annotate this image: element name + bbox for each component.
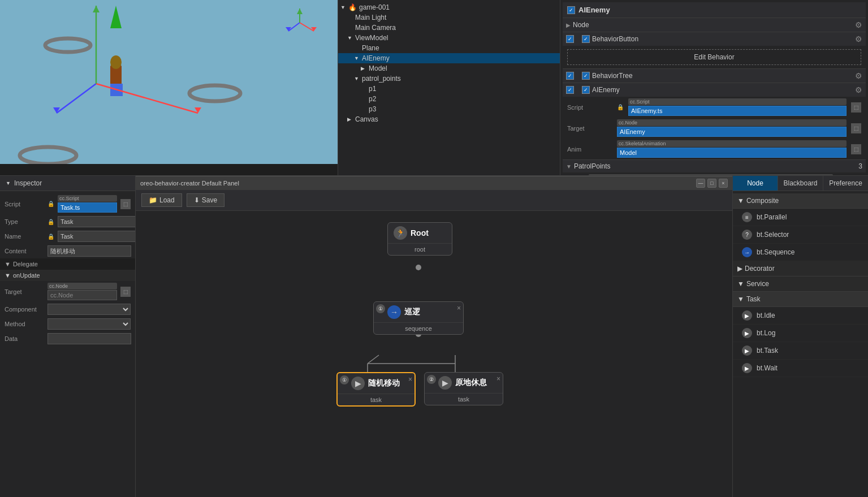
- inspector-content: Script 🔒 cc.Script Task.ts ⬚ Type 🔒 Name…: [0, 191, 135, 497]
- hierarchy-item-patrol[interactable]: patrol_points: [338, 74, 560, 84]
- aienemy-script-section[interactable]: ✓ ✓ AIEnemy ⚙: [563, 83, 866, 97]
- bt-checkbox2[interactable]: ✓: [582, 72, 590, 80]
- close-window-button[interactable]: ×: [719, 179, 728, 188]
- hierarchy-item-plane[interactable]: Plane: [338, 43, 560, 53]
- patrol-count: 3: [858, 162, 862, 170]
- item-label: p2: [369, 95, 376, 103]
- category-decorator[interactable]: ▶ Decorator: [733, 261, 868, 276]
- hierarchy-item-model[interactable]: Model: [338, 63, 560, 74]
- window-chrome: oreo-behavior-creator Default Panel — □ …: [136, 176, 732, 190]
- node-panel: Node Blackboard Preference ▼ Composite ≡…: [732, 175, 868, 497]
- script-value[interactable]: AIEnemy.ts: [628, 106, 847, 116]
- hierarchy-item-viewmodel[interactable]: ViewModel: [338, 33, 560, 43]
- hierarchy-item-p1[interactable]: p1: [338, 84, 560, 94]
- left-name-input[interactable]: [58, 231, 135, 242]
- root-title: Root: [411, 228, 429, 237]
- load-button[interactable]: 📁 Load: [141, 193, 182, 207]
- decorator-label: Decorator: [745, 265, 775, 273]
- left-data-input[interactable]: [47, 333, 131, 344]
- node-parallel[interactable]: ≡ bt.Parallel: [733, 209, 868, 226]
- item-label: Canvas: [355, 115, 378, 123]
- behavior-tree-section[interactable]: ✓ ✓ BehaviorTree ⚙: [563, 68, 866, 83]
- on-update-header[interactable]: ▼ onUpdate: [0, 270, 135, 281]
- bottom-area: ▼ Inspector Script 🔒 cc.Script Task.ts ⬚…: [0, 175, 868, 497]
- bb-settings-icon[interactable]: ⚙: [855, 34, 862, 44]
- edit-behavior-button[interactable]: Edit Behavior: [567, 49, 861, 65]
- anim-cc-label: cc.SkeletalAnimation: [617, 140, 847, 147]
- hierarchy-item-p2[interactable]: p2: [338, 94, 560, 104]
- category-composite[interactable]: ▼ Composite: [733, 193, 868, 209]
- anim-link-button[interactable]: ⬚: [851, 144, 861, 154]
- left-script-link[interactable]: ⬚: [120, 199, 131, 209]
- target-value[interactable]: AIEnemy: [617, 127, 847, 137]
- task1-close[interactable]: ×: [408, 375, 412, 383]
- anim-value[interactable]: Model: [617, 148, 847, 158]
- node-sequence[interactable]: → bt.Sequence: [733, 244, 868, 261]
- task2-node[interactable]: ② × ▶ 原地休息 task: [424, 372, 503, 405]
- behavior-button-section[interactable]: ✓ ✓ BehaviorButton ⚙: [563, 32, 866, 46]
- item-label: Main Camera: [355, 24, 396, 32]
- bt-checkbox[interactable]: ✓: [566, 72, 574, 80]
- root-node[interactable]: 🏃 Root root: [387, 222, 452, 256]
- left-content-input[interactable]: [47, 245, 131, 257]
- hierarchy-item-mainlight[interactable]: Main Light: [338, 12, 560, 23]
- node-log[interactable]: ▶ bt.Log: [733, 325, 868, 342]
- bb-checkbox2[interactable]: ✓: [582, 35, 590, 43]
- node-settings-icon[interactable]: ⚙: [855, 20, 862, 29]
- hierarchy-item-canvas[interactable]: Canvas: [338, 114, 560, 124]
- delegate-header[interactable]: ▼ Delegate: [0, 258, 135, 270]
- left-inspector-header[interactable]: ▼ Inspector: [0, 176, 135, 191]
- bb-checkbox[interactable]: ✓: [566, 35, 574, 43]
- task2-close[interactable]: ×: [496, 375, 500, 383]
- task-item-label: bt.Task: [757, 347, 778, 355]
- idle-icon: ▶: [742, 310, 752, 321]
- task1-header: ▶ 随机移动: [338, 373, 414, 394]
- node-task[interactable]: ▶ bt.Task: [733, 342, 868, 360]
- left-script-value[interactable]: Task.ts: [58, 202, 117, 213]
- sequence-close[interactable]: ×: [457, 304, 461, 312]
- left-data-row: Data: [0, 331, 135, 346]
- script-link-button[interactable]: ⬚: [851, 102, 861, 113]
- ae-checkbox[interactable]: ✓: [566, 86, 574, 94]
- tab-node[interactable]: Node: [733, 176, 778, 191]
- item-label: Main Light: [355, 14, 386, 21]
- patrol-points-header[interactable]: ▼ PatrolPoints 3: [563, 159, 866, 172]
- anim-prop-row: Anim cc.SkeletalAnimation Model ⬚: [563, 139, 866, 159]
- category-task[interactable]: ▼ Task: [733, 292, 868, 307]
- bt-settings-icon[interactable]: ⚙: [855, 71, 862, 80]
- left-target-link[interactable]: ⬚: [120, 287, 131, 297]
- left-type-input[interactable]: [58, 216, 135, 227]
- left-component-select[interactable]: [47, 304, 131, 315]
- scene-hierarchy[interactable]: 🔥 game-001 Main Light Main Camera ViewMo…: [338, 0, 560, 175]
- hierarchy-item-game001[interactable]: 🔥 game-001: [338, 2, 560, 12]
- save-label: Save: [202, 196, 217, 204]
- task2-subtitle: task: [425, 394, 503, 405]
- tab-preference[interactable]: Preference: [823, 176, 868, 191]
- category-service[interactable]: ▼ Service: [733, 276, 868, 292]
- root-subtitle: root: [388, 244, 452, 255]
- node-idle[interactable]: ▶ bt.Idle: [733, 307, 868, 325]
- ae-settings-icon[interactable]: ⚙: [855, 85, 862, 94]
- enabled-checkbox[interactable]: ✓: [567, 6, 575, 14]
- behavior-canvas[interactable]: 🏃 Root root ① × → 巡逻 sequence ① ×: [136, 211, 732, 497]
- sequence-icon: →: [387, 305, 401, 319]
- left-method-select[interactable]: [47, 318, 131, 330]
- maximize-button[interactable]: □: [707, 179, 716, 188]
- item-label: patrol_points: [362, 75, 401, 83]
- tab-blackboard[interactable]: Blackboard: [778, 176, 823, 191]
- sequence-node[interactable]: ① × → 巡逻 sequence: [373, 301, 464, 335]
- left-target-value[interactable]: cc.Node: [47, 290, 117, 300]
- save-button[interactable]: ⬇ Save: [187, 193, 224, 207]
- inspector-title: AIEnemy: [578, 6, 861, 14]
- hierarchy-item-maincamera[interactable]: Main Camera: [338, 23, 560, 33]
- node-section-header[interactable]: ▶ Node ⚙: [563, 18, 866, 32]
- node-wait[interactable]: ▶ bt.Wait: [733, 360, 868, 377]
- target-link-button[interactable]: ⬚: [851, 123, 861, 133]
- task2-index: ②: [427, 375, 436, 384]
- ae-checkbox2[interactable]: ✓: [582, 86, 590, 94]
- minimize-button[interactable]: —: [696, 179, 705, 188]
- hierarchy-item-p3[interactable]: p3: [338, 104, 560, 114]
- hierarchy-item-aienemy[interactable]: AIEnemy: [338, 53, 560, 63]
- task1-node[interactable]: ① × ▶ 随机移动 task: [336, 372, 416, 407]
- node-selector[interactable]: ? bt.Selector: [733, 226, 868, 244]
